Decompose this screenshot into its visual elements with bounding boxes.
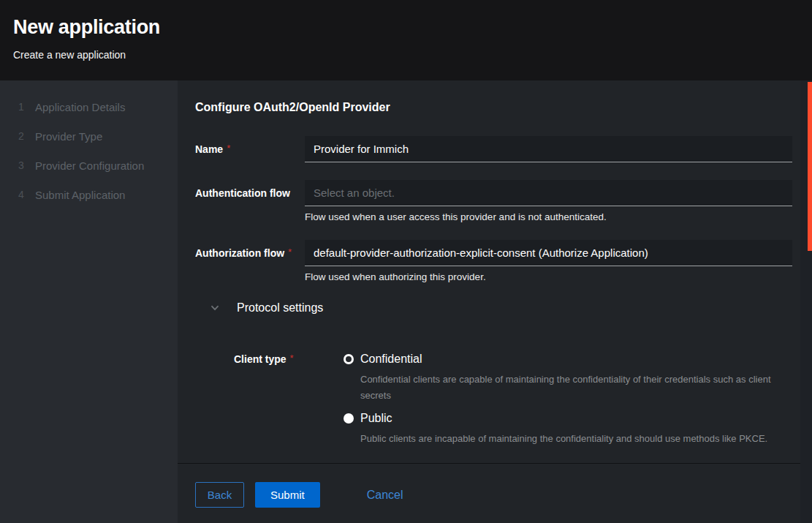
authorization-flow-label: Authorization flow* bbox=[195, 240, 305, 282]
required-asterisk: * bbox=[290, 353, 294, 364]
page-title: New application bbox=[13, 16, 794, 39]
wizard-main-panel: Configure OAuth2/OpenId Provider Name* A… bbox=[178, 80, 800, 523]
step-number: 2 bbox=[18, 130, 35, 142]
required-asterisk: * bbox=[288, 247, 292, 257]
radio-option-public: Public Public clients are incapable of m… bbox=[344, 412, 792, 447]
wizard-step-provider-type[interactable]: 2 Provider Type bbox=[0, 121, 178, 151]
authentication-flow-label: Authentication flow bbox=[195, 180, 305, 222]
form-row-client-type: Client type* Confidential Confidential c… bbox=[234, 353, 792, 455]
step-number: 1 bbox=[18, 101, 35, 113]
radio-confidential-label[interactable]: Confidential bbox=[360, 353, 422, 366]
step-label: Submit Application bbox=[35, 189, 125, 201]
protocol-settings-toggle[interactable]: Protocol settings bbox=[195, 301, 792, 315]
scrollbar-track[interactable] bbox=[800, 80, 812, 523]
form-row-authentication-flow: Authentication flow Flow used when a use… bbox=[195, 180, 792, 222]
scrollbar-thumb[interactable] bbox=[808, 82, 812, 251]
back-button[interactable]: Back bbox=[195, 482, 244, 508]
form-row-authorization-flow: Authorization flow* Flow used when autho… bbox=[195, 240, 792, 282]
required-asterisk: * bbox=[227, 143, 230, 154]
step-label: Provider Type bbox=[35, 130, 102, 143]
cancel-button[interactable]: Cancel bbox=[367, 482, 403, 508]
name-input[interactable] bbox=[305, 136, 792, 162]
radio-public-label[interactable]: Public bbox=[360, 412, 392, 425]
radio-public[interactable] bbox=[344, 413, 354, 424]
protocol-settings-title: Protocol settings bbox=[237, 301, 323, 315]
name-label: Name* bbox=[195, 136, 305, 162]
authorization-flow-help: Flow used when authorizing this provider… bbox=[305, 271, 792, 282]
new-application-wizard: New application Create a new application… bbox=[0, 0, 812, 523]
radio-public-description: Public clients are incapable of maintain… bbox=[360, 431, 783, 447]
authentication-flow-input[interactable] bbox=[305, 180, 792, 206]
protocol-settings-section: Client type* Confidential Confidential c… bbox=[234, 353, 792, 455]
wizard-header: New application Create a new application bbox=[0, 0, 812, 80]
step-number: 3 bbox=[18, 159, 35, 171]
authorization-flow-input[interactable] bbox=[305, 240, 792, 266]
step-label: Provider Configuration bbox=[35, 159, 144, 172]
radio-confidential-description: Confidential clients are capable of main… bbox=[360, 372, 783, 404]
radio-option-confidential: Confidential Confidential clients are ca… bbox=[344, 353, 792, 404]
step-label: Application Details bbox=[35, 101, 125, 113]
authentication-flow-help: Flow used when a user access this provid… bbox=[305, 211, 792, 222]
radio-confidential[interactable] bbox=[344, 354, 354, 364]
wizard-step-application-details[interactable]: 1 Application Details bbox=[0, 92, 178, 121]
wizard-step-provider-configuration[interactable]: 3 Provider Configuration bbox=[0, 151, 178, 180]
wizard-content: Configure OAuth2/OpenId Provider Name* A… bbox=[178, 80, 800, 463]
client-type-label: Client type* bbox=[234, 353, 344, 455]
form-row-name: Name* bbox=[195, 136, 792, 162]
wizard-step-submit-application[interactable]: 4 Submit Application bbox=[0, 180, 178, 209]
wizard-step-nav: 1 Application Details 2 Provider Type 3 … bbox=[0, 80, 178, 523]
step-number: 4 bbox=[18, 189, 35, 200]
wizard-footer: Back Submit Cancel bbox=[178, 463, 800, 523]
client-type-radio-group: Confidential Confidential clients are ca… bbox=[344, 353, 792, 455]
submit-button[interactable]: Submit bbox=[255, 482, 320, 508]
page-subtitle: Create a new application bbox=[13, 49, 794, 61]
wizard-body: 1 Application Details 2 Provider Type 3 … bbox=[0, 80, 812, 523]
chevron-down-icon bbox=[210, 303, 220, 313]
form-heading: Configure OAuth2/OpenId Provider bbox=[195, 101, 792, 114]
